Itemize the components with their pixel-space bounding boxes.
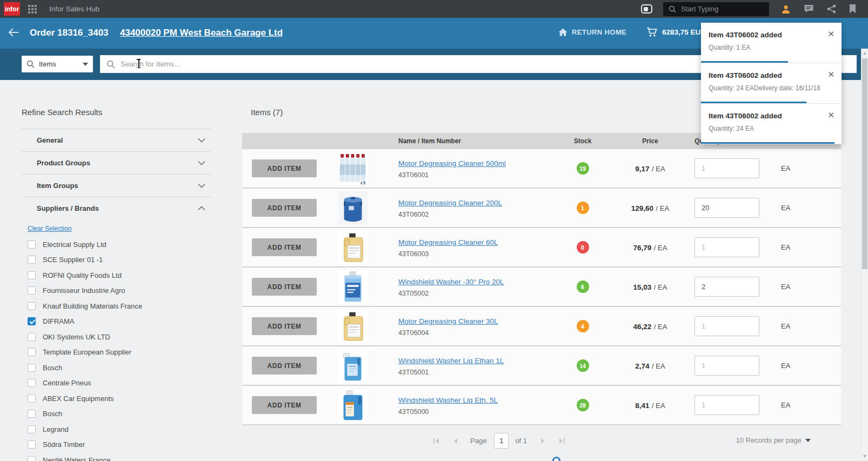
scroll-down-arrow[interactable]	[863, 455, 866, 458]
supplier-checkbox-row[interactable]: SCE Supplier 01 -1	[22, 252, 211, 268]
quantity-input[interactable]	[695, 237, 759, 257]
supplier-checkbox-row[interactable]: Legrand	[22, 422, 211, 437]
column-price: Price	[615, 137, 685, 145]
checkbox[interactable]	[28, 348, 36, 356]
checkbox[interactable]	[28, 286, 36, 295]
section-suppliers-brands[interactable]: Suppliers / Brands	[22, 197, 211, 219]
section-general[interactable]: General	[22, 129, 211, 151]
supplier-checkbox-row[interactable]: Nestlé Waters France	[22, 452, 211, 461]
quantity-input[interactable]	[695, 158, 759, 178]
supplier-checkbox-row[interactable]: ROFNI Quality Foods Ltd	[22, 268, 211, 283]
checkbox[interactable]	[28, 410, 36, 418]
checkbox[interactable]	[28, 425, 36, 433]
supplier-checkbox-row[interactable]: Centrale Pneus	[22, 376, 211, 391]
supplier-checkbox-row[interactable]: OKI Systems UK LTD	[22, 329, 211, 345]
supplier-label: ABEX Car Equipments	[43, 395, 114, 403]
add-item-button[interactable]: ADD ITEM	[252, 238, 317, 256]
supplier-checkbox-row[interactable]: Fournisseur Industrie Agro	[22, 283, 211, 299]
item-search-input[interactable]	[121, 60, 607, 68]
share-icon[interactable]	[827, 4, 836, 14]
close-icon[interactable]: ✕	[827, 111, 834, 119]
checkbox[interactable]	[28, 302, 36, 310]
supplier-label: Södra Timber	[43, 440, 85, 449]
app-title: Infor Sales Hub	[49, 5, 99, 13]
page-number-input[interactable]	[494, 433, 509, 449]
records-per-page-selector[interactable]: 10 Records per page	[736, 436, 811, 444]
supplier-checkbox-row[interactable]: Knauf Building Materials France	[22, 298, 211, 314]
item-price: 76,79 / EA	[615, 243, 685, 252]
clear-selection-link[interactable]: Clear Selection	[28, 225, 71, 233]
infor-logo[interactable]: infor	[4, 2, 20, 16]
stock-badge: 4	[577, 320, 589, 332]
item-name-link[interactable]: Motor Degreasing Cleaner 500ml	[398, 159, 506, 168]
user-icon[interactable]	[781, 4, 791, 14]
close-icon[interactable]: ✕	[827, 30, 834, 38]
quantity-input[interactable]	[695, 395, 759, 415]
close-icon[interactable]: ✕	[827, 70, 834, 78]
supplier-checkbox-row[interactable]: Bosch	[22, 360, 211, 376]
checkbox[interactable]	[28, 364, 36, 372]
checkbox-checked[interactable]	[28, 317, 36, 325]
supplier-checkbox-row[interactable]: Electrical Supply Ltd	[22, 237, 211, 252]
chevron-down-icon	[83, 63, 88, 66]
items-results: Items (7) Name / Item Number Stock Price…	[242, 108, 841, 453]
checkbox[interactable]	[28, 271, 36, 279]
checkbox[interactable]	[28, 333, 36, 341]
toast-title: Item 43T06002 added	[709, 112, 834, 120]
item-price: 46,22 / EA	[615, 322, 685, 331]
add-item-button[interactable]: ADD ITEM	[252, 199, 317, 217]
page-of-label: of 1	[515, 437, 527, 445]
previous-page-button[interactable]	[452, 437, 458, 445]
supplier-label: Nestlé Waters France	[43, 456, 110, 461]
product-image-yellow-jug	[338, 231, 368, 264]
quantity-input[interactable]	[695, 277, 759, 297]
app-grid-icon[interactable]	[28, 5, 37, 14]
chat-icon[interactable]	[804, 4, 814, 14]
checkbox[interactable]	[28, 240, 36, 249]
quantity-input[interactable]	[695, 316, 759, 336]
first-page-button[interactable]	[432, 437, 440, 445]
item-name-link[interactable]: Windshield Washer -30° Pro 20L	[398, 278, 504, 286]
item-number: 43T05002	[398, 290, 550, 297]
checkbox[interactable]	[28, 440, 36, 449]
checkbox[interactable]	[28, 379, 36, 387]
scroll-up-arrow[interactable]	[863, 52, 866, 55]
item-name-link[interactable]: Windshield Washer Liq Ethan 1L	[398, 357, 504, 365]
global-search[interactable]	[663, 2, 769, 16]
checkbox[interactable]	[28, 395, 36, 403]
add-item-button[interactable]: ADD ITEM	[252, 396, 317, 414]
cart-button[interactable]: 6283,75 EUR	[646, 27, 706, 37]
item-name-link[interactable]: Windshield Washer Liq Eth. 5L	[398, 396, 498, 404]
search-category-dropdown[interactable]: Items	[22, 56, 93, 72]
search-icon	[106, 60, 115, 69]
customer-link[interactable]: 43400020 PM West Beach Garage Ltd	[120, 28, 283, 38]
checkbox[interactable]	[28, 256, 36, 264]
next-page-button[interactable]	[540, 437, 546, 445]
quantity-input[interactable]	[695, 356, 759, 376]
supplier-checkbox-row[interactable]: Bosch	[22, 406, 211, 422]
supplier-checkbox-row[interactable]: Södra Timber	[22, 437, 211, 453]
quantity-input[interactable]	[695, 198, 759, 218]
supplier-checkbox-row[interactable]: ABEX Car Equipments	[22, 391, 211, 406]
add-item-button[interactable]: ADD ITEM	[252, 317, 317, 335]
add-item-button[interactable]: ADD ITEM	[252, 159, 317, 177]
item-name-link[interactable]: Motor Degreasing Cleaner 200L	[398, 199, 502, 207]
section-item-groups[interactable]: Item Groups	[22, 174, 211, 197]
supplier-checkbox-row[interactable]: Template European Supplier	[22, 345, 211, 360]
item-name-link[interactable]: Motor Degreasing Cleaner 60L	[398, 238, 498, 246]
bookmark-icon[interactable]	[849, 4, 856, 14]
unit-label: EA	[766, 322, 841, 330]
return-home-button[interactable]: RETURN HOME	[558, 28, 626, 36]
section-product-groups[interactable]: Product Groups	[22, 151, 211, 174]
checkbox[interactable]	[28, 456, 36, 461]
stock-badge: 1	[577, 202, 589, 214]
panel-toggle-icon[interactable]	[641, 4, 652, 14]
supplier-checkbox-row[interactable]: DIFRAMA	[22, 314, 211, 330]
last-page-button[interactable]	[558, 437, 566, 445]
back-button[interactable]	[8, 27, 19, 38]
global-search-input[interactable]	[681, 5, 757, 13]
add-item-button[interactable]: ADD ITEM	[252, 278, 317, 296]
scrollbar-thumb[interactable]	[862, 58, 867, 269]
item-name-link[interactable]: Motor Degreasing Cleaner 30L	[398, 317, 498, 325]
add-item-button[interactable]: ADD ITEM	[252, 357, 317, 375]
